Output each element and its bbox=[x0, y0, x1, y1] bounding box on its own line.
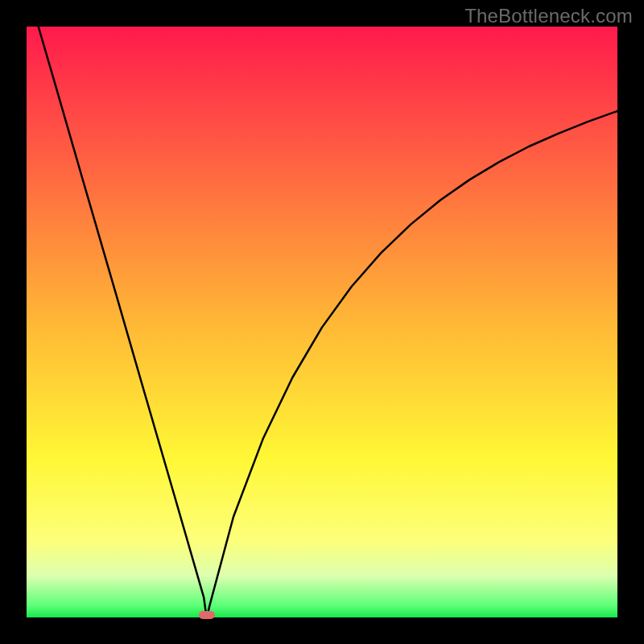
optimal-marker bbox=[199, 611, 215, 619]
chart-plot-bg bbox=[27, 27, 617, 617]
bottleneck-chart bbox=[0, 0, 644, 644]
watermark-text: TheBottleneck.com bbox=[464, 5, 633, 27]
chart-container: TheBottleneck.com bbox=[0, 0, 644, 644]
